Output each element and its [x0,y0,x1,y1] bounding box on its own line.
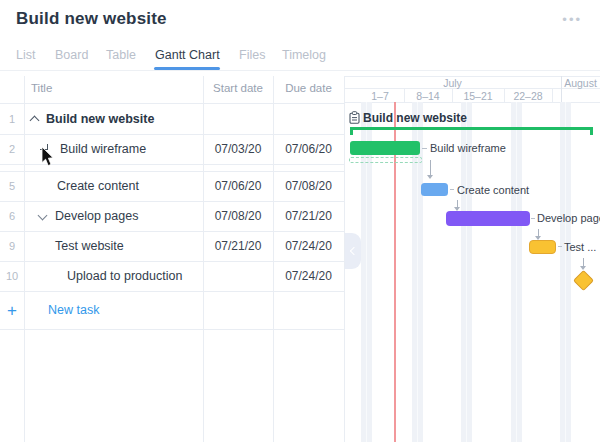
weekend-stripe [560,102,571,442]
label-connector [558,246,562,247]
project-clipboard-icon [349,111,360,124]
row-number: 2 [0,134,24,164]
gantt-bar-label: Build wireframe [430,142,506,154]
timeline-week: 22–28 [504,90,552,102]
weekend-stripe [511,102,522,442]
grid-line [0,329,344,330]
timeline-week: 8–14 [404,90,452,102]
column-header-start-date[interactable]: Start date [203,82,273,94]
start-date-cell[interactable]: 07/21/20 [203,231,273,261]
gantt-app-window: Build new website ••• List Board Table G… [0,0,600,442]
start-date-cell[interactable]: 07/06/20 [203,171,273,201]
task-title[interactable]: Build new website [46,104,154,134]
tab-timelog[interactable]: Timelog [282,48,326,62]
dependency-line [538,229,539,236]
project-summary-bar[interactable] [350,127,593,130]
baseline-dashed-outline [349,157,422,163]
panel-collapse-handle[interactable] [345,233,361,269]
label-connector [450,189,454,190]
view-tabs: List Board Table Gantt Chart Files Timel… [16,48,376,66]
due-date-cell[interactable]: 07/24/20 [273,261,344,291]
table-row: 1 Build new website [0,104,344,134]
dependency-line [457,200,458,207]
timeline-month-july: July [344,77,561,89]
project-summary-bar-cap [590,127,593,135]
row-number: 10 [0,261,24,291]
task-title[interactable]: Upload to production [67,261,182,291]
plus-icon[interactable]: + [0,302,24,319]
new-task-button[interactable]: New task [48,291,99,329]
gantt-bar-test-website[interactable] [529,240,556,254]
gantt-bar-label: Test ... [564,241,596,253]
row-number: 5 [0,171,24,201]
gantt-bar-develop-pages[interactable] [446,211,530,226]
row-number: 9 [0,231,24,261]
due-date-cell[interactable]: 07/21/20 [273,201,344,231]
due-date-cell[interactable]: 07/24/20 [273,231,344,261]
dependency-arrowhead [427,175,433,179]
project-summary-bar-cap [350,127,353,135]
gantt-bar-label: Create content [457,184,529,196]
task-title[interactable]: Develop pages [55,201,138,231]
tab-table[interactable]: Table [106,48,136,62]
row-number: 1 [0,104,24,134]
gantt-bar-build-wireframe[interactable] [350,141,420,155]
label-connector [531,218,535,219]
chevron-up-icon[interactable] [30,116,40,126]
new-task-row[interactable]: + New task [0,291,344,329]
table-row: 10 Upload to production 07/24/20 [0,261,344,291]
row-number: 6 [0,201,24,231]
start-date-cell[interactable]: 07/03/20 [203,134,273,164]
page-title: Build new website [16,9,167,29]
task-title[interactable]: Create content [57,171,139,201]
column-header-title[interactable]: Title [31,82,52,94]
timeline-month-august: August [561,77,600,89]
tab-board[interactable]: Board [55,48,88,62]
task-title[interactable]: Test website [55,231,124,261]
timeline-week: 1–7 [355,90,405,102]
table-row: 5 Create content 07/06/20 07/08/20 [0,171,344,201]
milestone-diamond[interactable] [573,270,594,291]
tabs-divider [0,70,600,71]
more-menu-icon[interactable]: ••• [562,12,582,27]
dependency-line [430,160,431,175]
dependency-line [583,258,584,266]
table-row: 9 Test website 07/21/20 07/24/20 [0,231,344,261]
column-header-due-date[interactable]: Due date [273,82,344,94]
tab-list[interactable]: List [16,48,35,62]
due-date-cell[interactable]: 07/06/20 [273,134,344,164]
timeline-week: 15–21 [452,90,504,102]
dependency-arrowhead [580,266,586,270]
mouse-cursor-icon [41,147,55,167]
table-row: 6 Develop pages 07/08/20 07/21/20 [0,201,344,231]
chevron-down-icon[interactable] [38,211,48,221]
start-date-cell[interactable]: 07/08/20 [203,201,273,231]
due-date-cell[interactable]: 07/08/20 [273,171,344,201]
gantt-bar-create-content[interactable] [421,183,448,196]
gantt-bar-label: Develop pages [537,212,600,224]
week-divider [552,88,553,102]
label-connector [422,148,427,149]
tab-gantt-chart[interactable]: Gantt Chart [155,48,220,62]
chevron-left-icon [350,247,358,255]
gantt-project-label[interactable]: Build new website [363,111,467,125]
task-title[interactable]: Build wireframe [60,134,146,164]
tab-files[interactable]: Files [239,48,265,62]
